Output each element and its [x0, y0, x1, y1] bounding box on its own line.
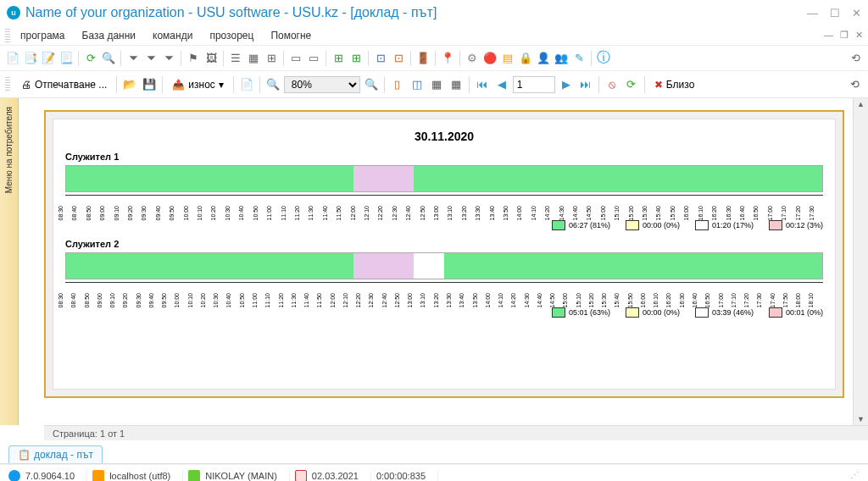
mdi-restore-button[interactable]: ❐	[840, 30, 849, 41]
pin-icon[interactable]: 📍	[440, 51, 455, 66]
menu-program[interactable]: програма	[14, 28, 72, 43]
edit-icon[interactable]: 📝	[41, 51, 56, 66]
list-icon[interactable]: ☰	[228, 51, 243, 66]
mdi-minimize-button[interactable]: —	[824, 30, 833, 41]
info-icon[interactable]: ⓘ	[596, 51, 611, 66]
zoom-out-icon[interactable]: 🔍	[363, 76, 380, 93]
users-icon[interactable]: 👥	[554, 51, 569, 66]
chevron-down-icon: ▾	[219, 79, 224, 91]
clipboard-icon: 📋	[18, 449, 31, 461]
cards2-icon[interactable]: ▭	[306, 51, 321, 66]
cards-icon[interactable]: ▭	[288, 51, 303, 66]
user-menu-sidebar[interactable]: Меню на потребителя	[0, 98, 19, 425]
db-icon	[92, 470, 104, 482]
filter3-icon[interactable]: ⏷	[161, 51, 176, 66]
next-page-icon[interactable]: ▶	[558, 76, 575, 93]
stop-icon[interactable]: ⦸	[604, 76, 620, 93]
image-icon[interactable]: 🖼	[203, 51, 219, 66]
report-toolbar: 🖨 Отпечатване ... 📂 💾 📤 износ ▾ 📄 🔍 80% …	[0, 71, 868, 98]
maximize-button[interactable]: ☐	[830, 7, 840, 19]
prev-page-icon[interactable]: ◀	[493, 76, 510, 93]
sidebar-label: Меню на потребителя	[4, 107, 14, 193]
employee-1-axis: 08:3008:4008:5009:0009:1009:2009:3009:40…	[65, 195, 823, 218]
wand-icon[interactable]: ✎	[571, 51, 587, 66]
flag-icon[interactable]: ⚑	[186, 51, 201, 66]
report-date-title: 30.11.2020	[65, 130, 823, 143]
app-logo-icon: u	[7, 6, 20, 19]
restore-right-icon[interactable]: ⟲	[848, 51, 863, 66]
window-icon[interactable]: ⊡	[373, 51, 388, 66]
restore-right2-icon[interactable]: ⟲	[846, 76, 863, 93]
layout2-icon[interactable]: ◫	[409, 76, 426, 93]
page-icon[interactable]: 📄	[238, 76, 255, 93]
filter-icon[interactable]: ⏷	[125, 51, 141, 66]
lock-icon[interactable]: 🔒	[518, 51, 533, 66]
scroll-up-icon[interactable]: ▲	[855, 98, 866, 110]
menu-window[interactable]: прозорец	[203, 28, 260, 43]
excel-icon[interactable]: ⊞	[331, 51, 346, 66]
report-page: 30.11.2020 Служител 1 08:3008:4008:5009:…	[44, 110, 844, 398]
printer-icon: 🖨	[21, 79, 31, 91]
last-page-icon[interactable]: ⏭	[577, 76, 594, 93]
scroll-down-icon[interactable]: ▼	[855, 413, 866, 425]
menubar: програма База данни команди прозорец Пом…	[0, 25, 868, 46]
calendar-icon	[295, 470, 307, 482]
employee-2-timeline	[65, 252, 823, 279]
color-icon[interactable]: 🔴	[482, 51, 498, 66]
vertical-scrollbar[interactable]: ▲ ▼	[853, 98, 868, 425]
report-viewer: 30.11.2020 Служител 1 08:3008:4008:5009:…	[19, 98, 853, 425]
layout3-icon[interactable]: ▦	[428, 76, 445, 93]
export-button[interactable]: 📤 износ ▾	[167, 77, 229, 92]
exit-icon[interactable]: 🚪	[415, 51, 431, 66]
tree-icon[interactable]: ⊞	[264, 51, 279, 66]
info-status-icon	[8, 470, 20, 482]
document-tabs: 📋 доклад - път	[0, 440, 868, 464]
layout1-icon[interactable]: ▯	[389, 76, 406, 93]
mdi-close-button[interactable]: ✕	[855, 30, 863, 41]
user-icon[interactable]: 👤	[536, 51, 551, 66]
doc2-icon[interactable]: 📃	[58, 51, 74, 66]
export-icon: 📤	[172, 79, 185, 91]
save-icon[interactable]: 💾	[141, 76, 158, 93]
close-report-button[interactable]: ✖ Близо	[649, 77, 700, 92]
refresh-icon[interactable]: ⟳	[83, 51, 98, 66]
excel2-icon[interactable]: ⊞	[348, 51, 364, 66]
copy-icon[interactable]: 📑	[23, 51, 38, 66]
window2-icon[interactable]: ⊡	[391, 51, 406, 66]
zoom-select[interactable]: 80%	[284, 76, 360, 93]
refresh2-icon[interactable]: ⟳	[623, 76, 640, 93]
tab-report[interactable]: 📋 доклад - път	[8, 445, 103, 463]
grid-icon[interactable]: ▦	[246, 51, 261, 66]
employee-1-label: Служител 1	[65, 152, 823, 162]
layout4-icon[interactable]: ▦	[448, 76, 465, 93]
menu-help[interactable]: Помогне	[264, 28, 318, 43]
employee-2-legend: 05:01 (63%)00:00 (0%)03:39 (46%)00:01 (0…	[65, 307, 823, 318]
menu-database[interactable]: База данни	[75, 28, 143, 43]
statusbar: 7.0.9064.10 localhost (utf8) NIKOLAY (MA…	[0, 464, 868, 481]
page-input[interactable]	[513, 76, 555, 93]
zoom-in-icon[interactable]: 🔍	[264, 76, 281, 93]
date-label: 02.03.2021	[312, 471, 359, 481]
horizontal-scrollbar[interactable]: Страница: 1 от 1	[44, 425, 868, 440]
open-icon[interactable]: 📂	[121, 76, 138, 93]
close-icon: ✖	[654, 79, 663, 91]
rss-icon[interactable]: ▤	[500, 51, 515, 66]
page-info: Страница: 1 от 1	[44, 428, 133, 439]
gear-icon[interactable]: ⚙	[465, 51, 480, 66]
filter2-icon[interactable]: ⏷	[143, 51, 159, 66]
version-label: 7.0.9064.10	[25, 471, 75, 481]
main-toolbar: 📄 📑 📝 📃 ⟳ 🔍 ⏷ ⏷ ⏷ ⚑ 🖼 ☰ ▦ ⊞ ▭ ▭ ⊞ ⊞ ⊡ ⊡ …	[0, 46, 868, 71]
minimize-button[interactable]: —	[807, 7, 818, 19]
menu-commands[interactable]: команди	[146, 28, 199, 43]
search-icon[interactable]: 🔍	[101, 51, 116, 66]
employee-2-label: Служител 2	[65, 239, 823, 249]
doc-icon[interactable]: 📄	[5, 51, 20, 66]
print-button[interactable]: 🖨 Отпечатване ...	[16, 77, 112, 92]
resize-grip-icon[interactable]: ⋰	[850, 470, 860, 481]
employee-2-axis: 08:3008:4008:5009:0009:1009:2009:3009:40…	[65, 282, 823, 306]
user-status-icon	[188, 470, 200, 482]
grip-icon	[5, 29, 10, 42]
close-button[interactable]: ✕	[852, 7, 861, 19]
employee-1-timeline	[65, 165, 823, 192]
first-page-icon[interactable]: ⏮	[474, 76, 491, 93]
